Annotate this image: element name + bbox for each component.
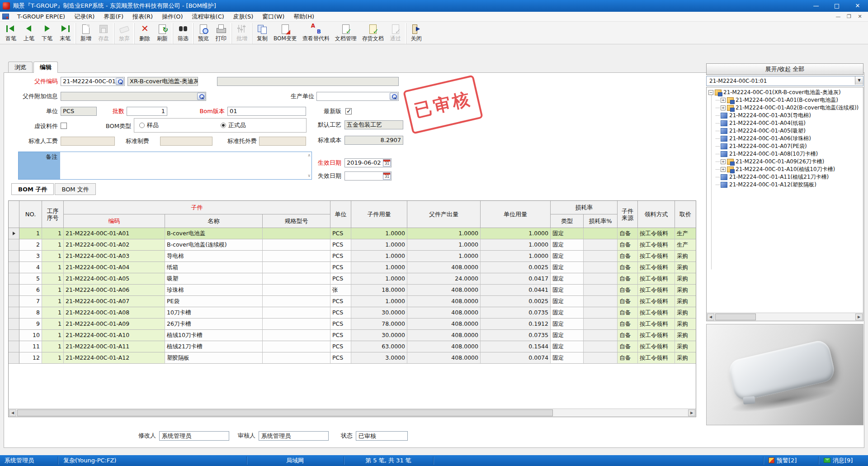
toolbar-button[interactable]: 存盘 xyxy=(94,23,113,44)
mdi-child-icon[interactable] xyxy=(2,14,9,19)
table-row[interactable]: 10 1 21-M2224-00C-01-A10 植绒10刀卡槽 PCS 30.… xyxy=(9,330,696,341)
toolbar-button[interactable]: 关闭 xyxy=(406,23,425,44)
toolbar-button[interactable]: 刷新 xyxy=(153,23,171,44)
table-row[interactable]: 4 1 21-M2224-00C-01-A04 纸箱 PCS 1.0000 40… xyxy=(9,262,696,273)
remark-textarea[interactable] xyxy=(60,152,311,179)
table-row[interactable]: 12 1 21-M2224-00C-01-A12 塑胶隔板 PCS 3.0000… xyxy=(9,352,696,364)
window-close-button[interactable]: ✕ xyxy=(847,0,868,12)
scrollbar-thumb[interactable] xyxy=(715,314,756,320)
header-unit[interactable]: 单位 xyxy=(330,201,351,228)
bom-type-sample-radio[interactable]: 样品 xyxy=(139,121,159,130)
header-unit-qty[interactable]: 单位用量 xyxy=(481,201,551,228)
table-row[interactable]: 11 1 21-M2224-00C-01-A11 植绒21刀卡槽 PCS 63.… xyxy=(9,341,696,352)
parent-code-field[interactable]: 21-M2224-00C-01 xyxy=(61,77,125,86)
table-row[interactable]: 9 1 21-M2224-00C-01-A09 26刀卡槽 PCS 78.000… xyxy=(9,319,696,330)
tree-item[interactable]: 21-M2224-00C-01-A04(纸箱) xyxy=(707,119,863,127)
calendar-icon[interactable] xyxy=(383,159,391,166)
header-issue[interactable]: 领料方式 xyxy=(638,201,675,228)
header-loss-rate[interactable]: 损耗率% xyxy=(584,214,618,228)
table-row[interactable]: 6 1 21-M2224-00C-01-A06 珍珠棉 张 18.0000 40… xyxy=(9,285,696,296)
tab-edit[interactable]: 编辑 xyxy=(33,62,58,73)
toolbar-button[interactable]: 存货文档 xyxy=(359,23,387,44)
lookup-icon[interactable] xyxy=(197,93,205,100)
scroll-left-icon[interactable]: ◀ xyxy=(707,314,714,320)
table-row[interactable]: 1 1 21-M2224-00C-01-A01 B-cover电池盖 PCS 1… xyxy=(9,228,696,239)
menu-item[interactable]: T-GROUP ERP(E) xyxy=(13,12,70,22)
menu-item[interactable]: 记录(R) xyxy=(70,12,99,22)
grid-h-scrollbar[interactable]: ◀ ▶ xyxy=(9,409,696,417)
tree-item[interactable]: 21-M2224-00C-01-A10(植绒10刀卡槽) xyxy=(707,166,863,173)
menu-item[interactable]: 窗口(W) xyxy=(258,12,289,22)
toolbar-button[interactable]: 首笔 xyxy=(2,23,20,44)
latest-version-checkbox[interactable] xyxy=(345,108,352,114)
scroll-right-icon[interactable]: ▶ xyxy=(688,409,695,416)
menu-item[interactable]: 帮助(H) xyxy=(289,12,319,22)
toolbar-button[interactable]: 文档管理 xyxy=(332,23,359,44)
tree-item[interactable]: 21-M2224-00C-01-A11(植绒21刀卡槽) xyxy=(707,173,863,181)
scroll-up-icon[interactable]: ∧ xyxy=(307,153,311,157)
tree-expander-icon[interactable] xyxy=(721,167,726,172)
menu-item[interactable]: 操作(O) xyxy=(157,12,187,22)
header-source[interactable]: 子件来源 xyxy=(618,201,638,228)
bom-version-combo[interactable]: 21-M2224-00C-01:01 xyxy=(706,76,863,86)
table-row[interactable]: 2 1 21-M2224-00C-01-A02 B-cover电池盖(连续模) … xyxy=(9,239,696,251)
tree-item[interactable]: 21-M2224-00C-01-A06(珍珠棉) xyxy=(707,135,863,143)
toolbar-button[interactable]: 通过 xyxy=(387,23,405,44)
table-row[interactable]: 8 1 21-M2224-00C-01-A08 10刀卡槽 PCS 30.000… xyxy=(9,307,696,319)
expire-date-field[interactable] xyxy=(344,171,392,181)
toolbar-button[interactable]: 查看替代料 xyxy=(300,23,332,44)
tree-item[interactable]: 21-M2224-00C-01(XR-B-cover电池盖-奥迪灰) xyxy=(707,89,863,96)
remark-box[interactable]: 备注 ∧ ∨ xyxy=(18,152,312,180)
tree-h-scrollbar[interactable]: ◀ ▶ xyxy=(707,313,863,321)
scroll-right-icon[interactable]: ▶ xyxy=(855,314,863,320)
bom-type-formal-radio[interactable]: 正式品 xyxy=(221,121,246,130)
tab-bom-files[interactable]: BOM 文件 xyxy=(55,183,95,195)
tree-item[interactable]: 21-M2224-00C-01-A03(导电棉) xyxy=(707,112,863,119)
alert-item[interactable]: 预警[2] xyxy=(769,455,797,466)
tree-expander-icon[interactable] xyxy=(721,159,726,164)
toolbar-button[interactable]: 预览 xyxy=(193,23,212,44)
tree-expander-icon[interactable] xyxy=(721,98,726,103)
tree-expander-icon[interactable] xyxy=(721,105,726,110)
lookup-icon[interactable] xyxy=(390,93,398,100)
toolbar-button[interactable]: 放弃 xyxy=(114,23,133,44)
mdi-restore-button[interactable]: ❐ xyxy=(844,12,854,21)
toolbar-button[interactable]: 复制 xyxy=(252,23,271,44)
calendar-icon[interactable] xyxy=(383,172,391,180)
header-seq[interactable]: 工序序号 xyxy=(42,201,64,228)
menu-item[interactable]: 皮肤(S) xyxy=(229,12,258,22)
toolbar-button[interactable]: 筛选 xyxy=(173,23,192,44)
window-maximize-button[interactable]: □ xyxy=(826,0,847,12)
virtual-part-checkbox[interactable] xyxy=(61,123,67,129)
tree-item[interactable]: 21-M2224-00C-01-A05(吸塑) xyxy=(707,127,863,135)
table-row[interactable]: 7 1 21-M2224-00C-01-A07 PE袋 PCS 1.0000 4… xyxy=(9,296,696,307)
header-name[interactable]: 名称 xyxy=(165,214,263,228)
lookup-icon[interactable] xyxy=(116,78,124,85)
toolbar-button[interactable]: 批增 xyxy=(231,23,250,44)
table-row[interactable]: 3 1 21-M2224-00C-01-A03 导电棉 PCS 1.0000 1… xyxy=(9,251,696,262)
header-price[interactable]: 取价 xyxy=(675,201,696,228)
mdi-close-button[interactable]: ✕ xyxy=(854,12,865,21)
header-parent-out[interactable]: 父件产出量 xyxy=(407,201,481,228)
expand-collapse-all-button[interactable]: 展开/收起 全部 xyxy=(706,63,863,75)
tree-item[interactable]: 21-M2224-00C-01-A09(26刀卡槽) xyxy=(707,158,863,166)
tab-bom-children[interactable]: BOM 子件 xyxy=(11,183,54,195)
prod-unit-field[interactable] xyxy=(316,92,399,101)
menu-item[interactable]: 界面(F) xyxy=(99,12,128,22)
effective-date-field[interactable]: 2019-06-02 xyxy=(344,158,392,167)
toolbar-button[interactable]: 新增 xyxy=(75,23,94,44)
batch-field[interactable]: 1 xyxy=(127,107,167,116)
tree-expander-icon[interactable] xyxy=(708,90,713,95)
window-minimize-button[interactable]: — xyxy=(806,0,826,12)
tree-item[interactable]: 21-M2224-00C-01-A01(B-cover电池盖) xyxy=(707,96,863,104)
tree-item[interactable]: 21-M2224-00C-01-A07(PE袋) xyxy=(707,143,863,150)
header-code[interactable]: 编码 xyxy=(64,214,165,228)
scrollbar-thumb[interactable] xyxy=(17,409,553,416)
menu-item[interactable]: 报表(R) xyxy=(128,12,157,22)
message-item[interactable]: 消息[9] xyxy=(824,455,853,466)
parent-extra-field[interactable] xyxy=(61,92,206,101)
tree-item[interactable]: 21-M2224-00C-01-A12(塑胶隔板) xyxy=(707,181,863,189)
mdi-minimize-button[interactable]: — xyxy=(833,12,844,21)
toolbar-button[interactable]: 删除 xyxy=(134,23,153,44)
toolbar-button[interactable]: 打印 xyxy=(212,23,230,44)
